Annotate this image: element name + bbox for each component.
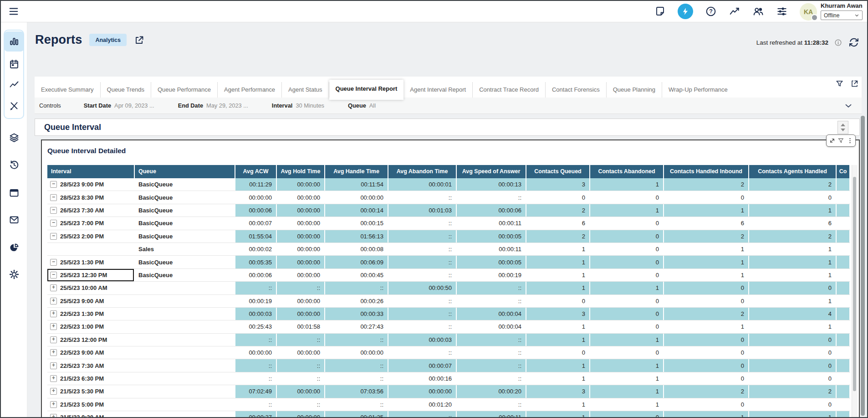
interval-cell[interactable]: +22/5/23 9:00 AM xyxy=(47,346,135,359)
table-row[interactable]: −28/5/23 9:00 PMBasicQueue00:11:2900:00:… xyxy=(47,178,850,191)
column-header[interactable]: Avg ACW xyxy=(235,165,277,178)
tab-wrap-up-performance[interactable]: Wrap-Up Performance xyxy=(662,82,734,98)
table-row[interactable]: +22/5/23 1:00 PM00:25:4300:01:5800:27:43… xyxy=(47,320,850,333)
interval-cell[interactable]: −25/5/23 12:30 PM xyxy=(47,269,135,281)
sidebar-item-customize[interactable] xyxy=(4,96,24,116)
filter-start-date[interactable]: Start Date Apr 09, 2023 ... xyxy=(84,102,154,109)
interval-cell[interactable]: −25/5/23 7:00 PM xyxy=(47,217,135,229)
filter-end-date[interactable]: End Date May 29, 2023 ... xyxy=(178,102,248,109)
table-row[interactable]: +22/5/23 9:00 AM00:00:0000:00:0000:00:00… xyxy=(47,346,850,359)
export-icon[interactable] xyxy=(850,79,859,88)
sidebar-item-analytics[interactable] xyxy=(4,75,24,95)
column-header[interactable]: Avg Speed of Answer xyxy=(457,165,526,178)
expand-row-button[interactable]: + xyxy=(50,323,57,330)
kebab-menu-icon[interactable] xyxy=(847,137,853,144)
filter-interval[interactable]: Interval 30 Minutes xyxy=(272,102,324,109)
tab-agent-performance[interactable]: Agent Performance xyxy=(218,82,282,98)
interval-cell[interactable]: +25/5/23 9:00 AM xyxy=(47,295,135,307)
sidebar-item-wallboards[interactable] xyxy=(4,237,24,258)
column-header[interactable]: Interval xyxy=(47,165,135,178)
hamburger-menu-icon[interactable] xyxy=(8,6,19,16)
interval-cell[interactable]: +22/5/23 1:30 PM xyxy=(47,308,135,320)
card-filter-icon[interactable] xyxy=(837,137,844,144)
column-header[interactable]: Queue xyxy=(135,165,235,178)
users-icon[interactable] xyxy=(752,5,764,17)
interval-cell[interactable]: +22/5/23 12:00 PM xyxy=(47,334,135,346)
quick-actions-icon[interactable] xyxy=(678,4,693,19)
expand-row-button[interactable]: + xyxy=(50,310,57,317)
column-header[interactable]: Contacts Agents Handled xyxy=(749,165,837,178)
interval-cell[interactable]: −25/5/23 1:30 PM xyxy=(47,256,135,268)
sidebar-item-pages[interactable] xyxy=(4,183,24,203)
expand-row-button[interactable]: + xyxy=(50,336,57,343)
column-header[interactable]: Avg Abandon Time xyxy=(388,165,457,178)
table-row[interactable]: +22/5/23 1:30 PM00:00:0300:00:0000:00:33… xyxy=(47,308,850,320)
tab-queue-trends[interactable]: Queue Trends xyxy=(101,82,151,98)
tab-contract-trace-record[interactable]: Contract Trace Record xyxy=(473,82,546,98)
interval-cell[interactable]: −28/5/23 9:00 PM xyxy=(47,178,135,191)
column-header[interactable]: Contacts Abandoned xyxy=(590,165,664,178)
spinner-up-icon[interactable] xyxy=(841,124,845,126)
interval-cell[interactable]: +21/5/23 9:30 AM xyxy=(47,411,135,418)
column-header[interactable]: Contacts Queued xyxy=(526,165,590,178)
spinner-down-icon[interactable] xyxy=(841,129,845,131)
sidebar-item-dashboards[interactable] xyxy=(4,31,24,52)
sidebar-item-settings[interactable] xyxy=(4,264,24,284)
tab-executive-summary[interactable]: Executive Summary xyxy=(35,82,101,98)
info-icon[interactable] xyxy=(834,38,842,47)
interval-cell[interactable]: −25/5/23 2:00 PM xyxy=(47,230,135,243)
table-row[interactable]: −25/5/23 7:00 PMBasicQueue00:00:0700:00:… xyxy=(47,217,850,230)
interval-cell[interactable]: −26/5/23 7:30 AM xyxy=(47,204,135,217)
interval-cell[interactable]: +21/5/23 6:30 PM xyxy=(47,372,135,385)
table-row[interactable]: +21/5/23 5:00 PM::::::00:01:20::1100 xyxy=(47,398,850,411)
table-scrollbar[interactable] xyxy=(852,165,858,417)
tab-agent-status[interactable]: Agent Status xyxy=(282,82,329,98)
notes-icon[interactable] xyxy=(655,6,666,17)
column-header[interactable]: Co xyxy=(837,165,850,178)
queue-interval-detailed-card[interactable]: Queue Interval Detailed Interval Queue A… xyxy=(41,139,860,418)
table-row[interactable]: −26/5/23 7:30 AMBasicQueue00:00:0600:00:… xyxy=(47,204,850,217)
expand-row-button[interactable]: + xyxy=(50,284,57,291)
tab-queue-performance[interactable]: Queue Performance xyxy=(151,82,218,98)
collapse-row-button[interactable]: − xyxy=(50,272,57,279)
table-row[interactable]: −25/5/23 12:30 PMBasicQueue00:00:0600:00… xyxy=(47,269,850,282)
refresh-icon[interactable] xyxy=(848,36,860,48)
table-scrollbar-thumb[interactable] xyxy=(853,177,856,391)
panel-scroll-spinner[interactable] xyxy=(837,121,848,134)
column-header[interactable]: Avg Hold Time xyxy=(277,165,325,178)
table-row[interactable]: Sales00:00:0200:00:0000:00:08::00:00:111… xyxy=(47,243,850,256)
metrics-icon[interactable] xyxy=(729,5,740,17)
column-header[interactable]: Avg Handle Time xyxy=(325,165,388,178)
table-row[interactable]: +22/5/23 12:00 PM::::::00:00:03::1100 xyxy=(47,334,850,346)
table-row[interactable]: +25/5/23 10:00 AM::::::00:00:50::1100 xyxy=(47,282,850,294)
expand-row-button[interactable]: + xyxy=(50,388,57,395)
interval-cell[interactable]: +25/5/23 10:00 AM xyxy=(47,282,135,294)
table-row[interactable]: +22/5/23 7:30 AM::::::00:00:07::1100 xyxy=(47,359,850,372)
sidebar-item-messages[interactable] xyxy=(4,210,24,230)
expand-row-button[interactable]: + xyxy=(50,349,57,356)
interval-cell[interactable]: +22/5/23 7:30 AM xyxy=(47,359,135,372)
maximize-icon[interactable] xyxy=(829,137,836,144)
interval-cell[interactable] xyxy=(47,243,135,255)
help-icon[interactable]: ? xyxy=(705,5,717,17)
expand-row-button[interactable]: + xyxy=(50,298,57,304)
collapse-row-button[interactable]: − xyxy=(50,259,57,266)
filter-icon[interactable] xyxy=(835,79,844,88)
sidebar-item-history[interactable] xyxy=(4,155,24,175)
settings-sliders-icon[interactable] xyxy=(776,5,788,17)
external-link-icon[interactable] xyxy=(134,35,145,46)
table-row[interactable]: +21/5/23 5:30 PM07:02:4900:00:0007:03:56… xyxy=(47,385,850,398)
collapse-row-button[interactable]: − xyxy=(50,181,57,188)
page-scrollbar[interactable] xyxy=(861,116,865,416)
table-row[interactable]: +25/5/23 9:00 AM00:00:1900:00:0000:00:26… xyxy=(47,295,850,308)
expand-row-button[interactable]: + xyxy=(50,375,57,382)
expand-row-button[interactable]: + xyxy=(50,362,57,369)
controls-collapse-chevron-icon[interactable] xyxy=(843,101,853,111)
interval-cell[interactable]: +21/5/23 5:30 PM xyxy=(47,385,135,397)
tab-agent-interval-report[interactable]: Agent Interval Report xyxy=(403,82,473,98)
expand-row-button[interactable]: + xyxy=(50,401,57,408)
tab-queue-interval-report[interactable]: Queue Interval Report xyxy=(329,80,404,100)
table-row[interactable]: −28/5/23 8:30 PMBasicQueue00:00:0000:00:… xyxy=(47,191,850,204)
interval-cell[interactable]: +22/5/23 1:00 PM xyxy=(47,320,135,333)
interval-cell[interactable]: +21/5/23 5:00 PM xyxy=(47,398,135,411)
